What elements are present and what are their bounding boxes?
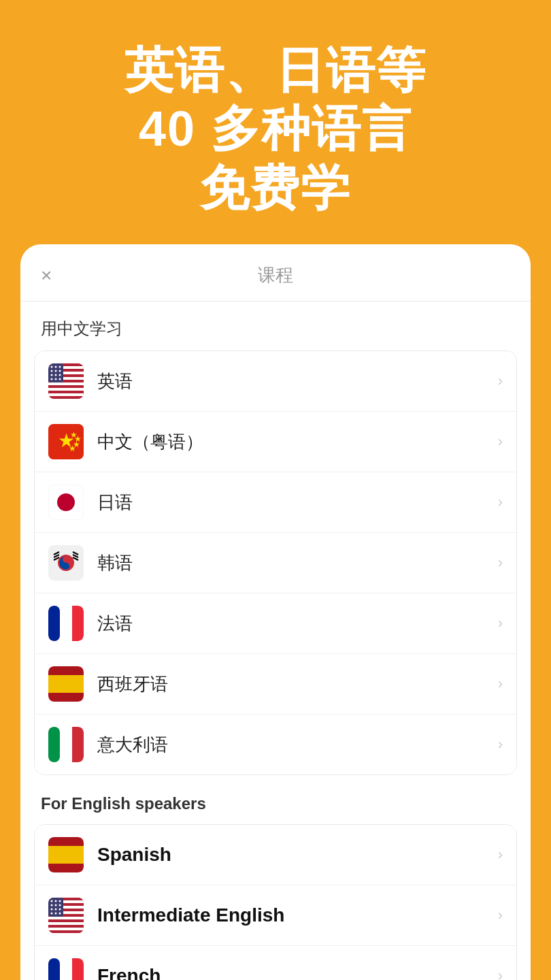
svg-point-74 <box>59 900 61 902</box>
hero-title-line1: 英语、日语等 <box>124 43 427 97</box>
flag-korean <box>48 545 84 581</box>
svg-rect-70 <box>48 930 84 933</box>
svg-point-19 <box>55 370 57 372</box>
svg-rect-50 <box>48 675 84 693</box>
section-label-chinese: 用中文学习 <box>20 301 531 350</box>
chevron-icon-french: › <box>498 615 503 632</box>
flag-french <box>48 606 84 641</box>
language-item-english[interactable]: 英语 › <box>35 351 516 412</box>
svg-point-25 <box>55 378 57 380</box>
language-item-italian[interactable]: 意大利语 › <box>35 715 516 774</box>
svg-text:★: ★ <box>69 444 76 453</box>
svg-point-37 <box>63 556 69 563</box>
svg-point-73 <box>55 900 57 902</box>
language-item-cantonese[interactable]: ★ ★ ★ ★ ★ 中文（粤语） › <box>35 412 516 472</box>
chevron-icon-cantonese: › <box>498 433 503 451</box>
svg-rect-9 <box>48 385 84 388</box>
svg-rect-68 <box>48 925 84 928</box>
chevron-icon-english: › <box>498 372 503 390</box>
hero-title-line2: 40 多种语言 <box>139 101 412 156</box>
chevron-icon-french-en: › <box>498 967 503 980</box>
language-name-spanish-en: Spanish <box>97 844 498 866</box>
svg-rect-69 <box>48 928 84 930</box>
svg-point-34 <box>57 493 75 511</box>
hero-section: 英语、日语等 40 多种语言 免费学 <box>0 0 551 244</box>
chevron-icon-spanish-en: › <box>498 846 503 864</box>
svg-rect-11 <box>48 391 84 393</box>
language-item-intermediate-english[interactable]: Intermediate English › <box>35 885 516 946</box>
svg-rect-56 <box>48 846 84 864</box>
svg-rect-48 <box>60 606 61 641</box>
language-item-french[interactable]: 法语 › <box>35 593 516 654</box>
svg-rect-67 <box>48 922 84 925</box>
chinese-language-list: 英语 › ★ ★ ★ ★ ★ 中文（粤语） › <box>34 350 517 775</box>
svg-point-26 <box>59 378 61 380</box>
svg-point-78 <box>51 909 53 911</box>
chevron-icon-japanese: › <box>498 493 503 511</box>
svg-point-20 <box>59 370 61 372</box>
language-name-french-en: French <box>97 965 498 980</box>
svg-point-82 <box>55 913 57 915</box>
svg-point-83 <box>59 913 61 915</box>
language-item-korean[interactable]: 韩语 › <box>35 533 516 593</box>
svg-point-75 <box>51 904 53 906</box>
language-name-intermediate-english: Intermediate English <box>97 904 498 926</box>
svg-point-77 <box>59 904 61 906</box>
flag-english <box>48 363 84 399</box>
language-item-french-en[interactable]: French › <box>35 946 516 980</box>
flag-french-en <box>48 958 84 980</box>
language-name-cantonese: 中文（粤语） <box>97 430 498 454</box>
flag-japanese <box>48 485 84 520</box>
svg-point-15 <box>51 366 53 368</box>
flag-italian <box>48 727 84 762</box>
svg-point-81 <box>51 913 53 915</box>
language-item-spanish[interactable]: 西班牙语 › <box>35 654 516 715</box>
svg-point-23 <box>59 374 61 376</box>
svg-point-16 <box>55 366 57 368</box>
card-header-title: 课程 <box>258 263 293 287</box>
english-language-list: Spanish › <box>34 824 517 980</box>
chevron-icon-spanish: › <box>498 675 503 693</box>
svg-rect-65 <box>48 917 84 919</box>
svg-rect-86 <box>48 958 60 980</box>
flag-intermediate-english <box>48 898 84 933</box>
svg-rect-53 <box>48 727 60 762</box>
svg-point-18 <box>51 370 53 372</box>
svg-point-17 <box>59 366 61 368</box>
language-name-english: 英语 <box>97 370 498 393</box>
course-card: × 课程 用中文学习 <box>20 244 531 980</box>
language-name-italian: 意大利语 <box>97 733 498 757</box>
chevron-icon-korean: › <box>498 554 503 572</box>
svg-point-72 <box>51 900 53 902</box>
section-label-english: For English speakers <box>20 775 531 824</box>
svg-point-80 <box>59 909 61 911</box>
svg-rect-10 <box>48 388 84 391</box>
close-button[interactable]: × <box>41 266 52 285</box>
svg-point-38 <box>63 563 69 570</box>
svg-rect-12 <box>48 393 84 396</box>
chevron-icon-intermediate-english: › <box>498 906 503 924</box>
svg-rect-13 <box>48 396 84 399</box>
chevron-icon-italian: › <box>498 736 503 753</box>
svg-rect-54 <box>60 727 61 762</box>
svg-point-24 <box>51 378 53 380</box>
hero-title-line3: 免费学 <box>200 161 351 215</box>
flag-spanish-en <box>48 837 84 872</box>
svg-rect-66 <box>48 919 84 922</box>
card-header: × 课程 <box>20 244 531 301</box>
language-item-japanese[interactable]: 日语 › <box>35 472 516 533</box>
flag-spanish <box>48 666 84 702</box>
hero-title: 英语、日语等 40 多种语言 免费学 <box>27 41 524 217</box>
language-name-french: 法语 <box>97 612 498 636</box>
language-item-spanish-en[interactable]: Spanish › <box>35 825 516 885</box>
svg-point-79 <box>55 909 57 911</box>
flag-cantonese: ★ ★ ★ ★ ★ <box>48 424 84 459</box>
svg-rect-8 <box>48 382 84 385</box>
svg-point-76 <box>55 904 57 906</box>
language-name-korean: 韩语 <box>97 551 498 575</box>
svg-point-21 <box>51 374 53 376</box>
svg-rect-47 <box>48 606 60 641</box>
language-name-japanese: 日语 <box>97 491 498 514</box>
language-name-spanish-zh: 西班牙语 <box>97 672 498 696</box>
svg-point-22 <box>55 374 57 376</box>
